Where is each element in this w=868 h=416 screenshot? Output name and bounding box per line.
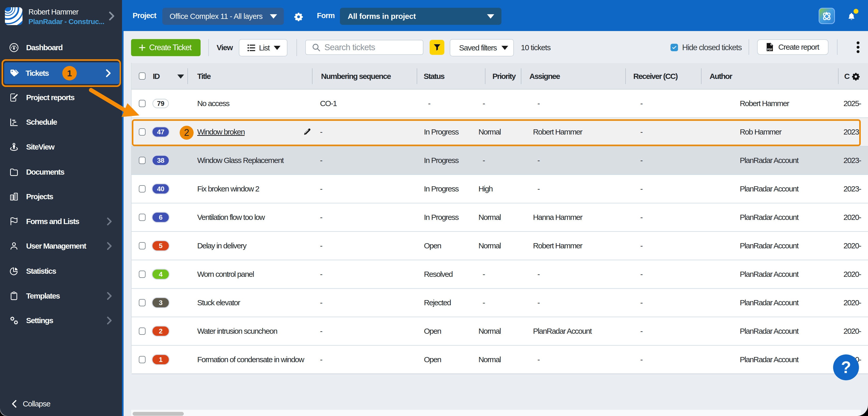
svg-text:PDF: PDF — [767, 48, 772, 51]
